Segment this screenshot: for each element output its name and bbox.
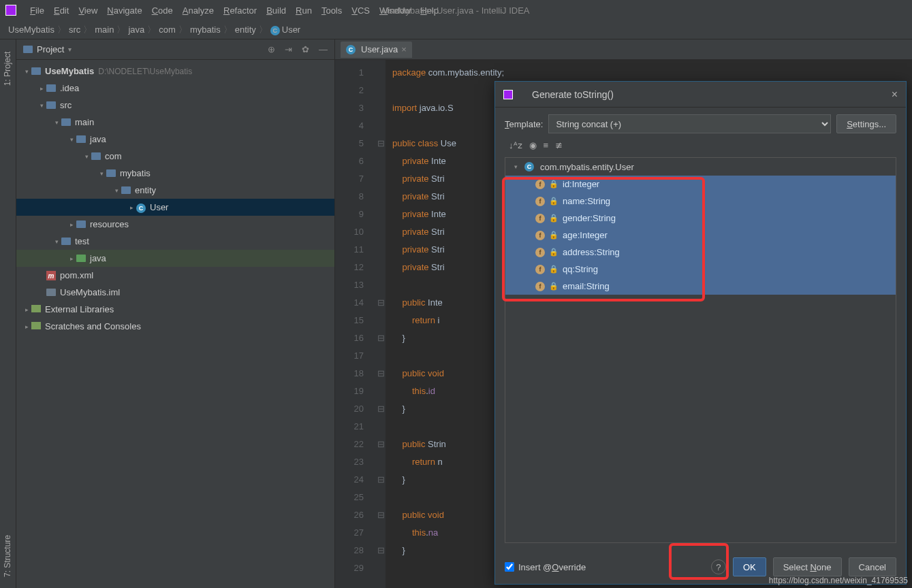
field-icon: f (535, 248, 545, 257)
class-root[interactable]: ▾ C com.mybatis.entity.User (505, 158, 896, 176)
lock-icon: 🔒 (549, 248, 559, 257)
cancel-button[interactable]: Cancel (849, 557, 896, 576)
menu-file[interactable]: File (30, 5, 44, 16)
breadcrumb-item[interactable]: entity (235, 24, 256, 35)
editor-tab-user[interactable]: C User.java × (341, 42, 412, 58)
help-icon[interactable]: ? (711, 559, 726, 574)
template-select[interactable]: String concat (+) (548, 114, 831, 133)
expand-twisty[interactable]: ▾ (511, 163, 520, 170)
tree-row-java[interactable]: ▸java (16, 250, 334, 267)
field-icon: f (535, 197, 545, 206)
line-gutter: 1234567891011121314151617181920212223242… (335, 60, 376, 588)
breadcrumb-item[interactable]: main (95, 24, 114, 35)
collapse-icon[interactable]: ⇥ (285, 44, 292, 54)
tree-row-mybatis[interactable]: ▾mybatis (16, 165, 334, 182)
dialog-close-icon[interactable]: × (892, 88, 898, 101)
expand-icon[interactable]: ◉ (529, 140, 537, 150)
dialog-toolbar: ↓ᴬᴢ ◉ ≡ ≢ (505, 140, 896, 150)
field-id[interactable]: f🔒id:Integer (505, 176, 896, 193)
project-view-dropdown[interactable]: ▾ (68, 46, 72, 53)
project-panel-title: Project (37, 44, 64, 54)
field-qq[interactable]: f🔒qq:String (505, 261, 896, 278)
gear-icon[interactable]: ✿ (302, 44, 309, 54)
field-icon: f (535, 282, 545, 291)
lock-icon: 🔒 (549, 265, 559, 274)
menu-navigate[interactable]: Navigate (107, 5, 142, 16)
field-email[interactable]: f🔒email:String (505, 278, 896, 295)
tree-row-main[interactable]: ▾main (16, 114, 334, 131)
tree-row-usemybatis.iml[interactable]: UseMybatis.iml (16, 284, 334, 301)
field-icon: f (535, 265, 545, 274)
select-none-button[interactable]: Select None (773, 557, 842, 576)
tree-row-entity[interactable]: ▾entity (16, 182, 334, 199)
tree-row-pom.xml[interactable]: mpom.xml (16, 267, 334, 284)
tree-row-user[interactable]: ▸CUser (16, 199, 334, 216)
tree-row-scratches and consoles[interactable]: ▸Scratches and Consoles (16, 318, 334, 335)
dialog-title: Generate toString() (532, 89, 614, 100)
class-name: com.mybatis.entity.User (540, 162, 634, 172)
close-icon[interactable]: × (401, 44, 407, 54)
hide-icon[interactable]: — (319, 44, 328, 54)
menu-code[interactable]: Code (152, 5, 173, 16)
editor-tabs: C User.java × (335, 39, 912, 60)
settings-button[interactable]: SSettings...ettings... (836, 114, 896, 133)
tree-row-src[interactable]: ▾src (16, 97, 334, 114)
template-label: Template: (505, 119, 543, 129)
field-age[interactable]: f🔒age:Integer (505, 227, 896, 244)
field-gender[interactable]: f🔒gender:String (505, 210, 896, 227)
tree-row-java[interactable]: ▾java (16, 131, 334, 148)
expand-all-icon[interactable]: ≢ (555, 140, 563, 150)
tree-row-usemybatis[interactable]: ▾UseMybatisD:\NODELET\UseMybatis (16, 63, 334, 80)
fold-gutter: ⊟⊟⊟⊟⊟⊟⊟⊟⊟ (376, 60, 386, 588)
field-icon: f (535, 231, 545, 240)
class-icon: C (346, 45, 356, 54)
lock-icon: 🔒 (549, 180, 559, 189)
tool-structure[interactable]: 7: Structure (3, 535, 13, 577)
tool-project[interactable]: 1: Project (3, 52, 13, 86)
menu-build[interactable]: Build (266, 5, 286, 16)
field-address[interactable]: f🔒address:String (505, 244, 896, 261)
project-icon (23, 46, 33, 53)
menu-view[interactable]: View (78, 5, 97, 16)
menu-refactor[interactable]: Refactor (223, 5, 257, 16)
menu-run[interactable]: Run (296, 5, 312, 16)
menu-vcs[interactable]: VCS (351, 5, 370, 16)
breadcrumb-item[interactable]: com (159, 24, 176, 35)
generate-tostring-dialog: Generate toString() × Template: String c… (494, 81, 907, 585)
project-tree: ▾UseMybatisD:\NODELET\UseMybatis▸.idea▾s… (16, 60, 334, 588)
menu-tools[interactable]: Tools (321, 5, 342, 16)
window-title: UseMybatis - User.java - IntelliJ IDEA (382, 5, 529, 16)
menu-edit[interactable]: Edit (54, 5, 69, 16)
menu-analyze[interactable]: Analyze (183, 5, 214, 16)
lock-icon: 🔒 (549, 282, 559, 291)
field-name[interactable]: f🔒name:String (505, 193, 896, 210)
field-icon: f (535, 180, 545, 189)
class-icon: C (524, 162, 534, 172)
sort-icon[interactable]: ↓ᴬᴢ (509, 140, 522, 150)
tree-row-external libraries[interactable]: ▸External Libraries (16, 301, 334, 318)
lock-icon: 🔒 (549, 231, 559, 240)
locate-icon[interactable]: ⊕ (268, 44, 275, 54)
tree-row-.idea[interactable]: ▸.idea (16, 80, 334, 97)
fields-tree[interactable]: ▾ C com.mybatis.entity.User f🔒id:Integer… (505, 157, 896, 543)
breadcrumb: UseMybatis〉src〉main〉java〉com〉mybatis〉ent… (0, 20, 912, 39)
insert-override-checkbox[interactable]: Insert @Override (505, 562, 586, 572)
breadcrumb-item[interactable]: UseMybatis (8, 24, 54, 35)
breadcrumb-item[interactable]: mybatis (190, 24, 221, 35)
tree-row-test[interactable]: ▾test (16, 233, 334, 250)
titlebar: FileEditViewNavigateCodeAnalyzeRefactorB… (0, 0, 912, 20)
breadcrumb-item[interactable]: src (69, 24, 80, 35)
ok-button[interactable]: OK (733, 557, 766, 576)
project-panel-header: Project ▾ ⊕ ⇥ ✿ — (16, 39, 334, 60)
lock-icon: 🔒 (549, 214, 559, 223)
breadcrumb-item[interactable]: CUser (270, 24, 300, 35)
breadcrumb-item[interactable]: java (128, 24, 144, 35)
tree-row-resources[interactable]: ▸resources (16, 216, 334, 233)
tree-row-com[interactable]: ▾com (16, 148, 334, 165)
left-tool-rail: 1: Project 7: Structure (0, 39, 16, 588)
collapse-all-icon[interactable]: ≡ (544, 140, 549, 150)
main-menu: FileEditViewNavigateCodeAnalyzeRefactorB… (30, 5, 439, 16)
override-check[interactable] (505, 562, 514, 572)
watermark: https://blog.csdn.net/weixin_41769535 (769, 576, 908, 585)
app-icon (5, 5, 16, 16)
